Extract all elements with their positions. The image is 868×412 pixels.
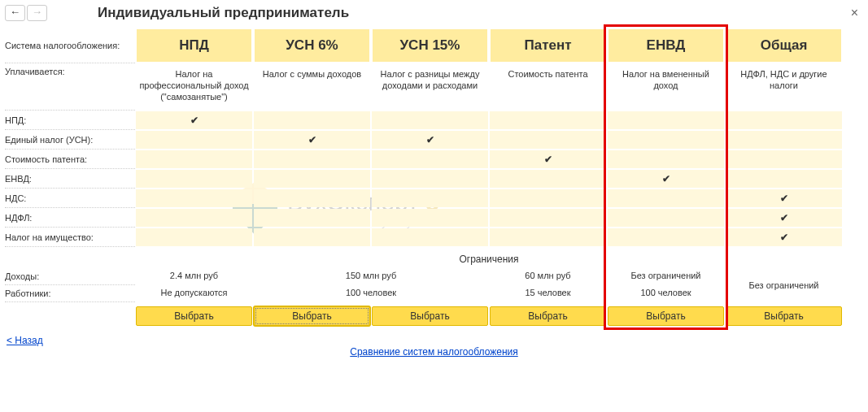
col-header-envd: ЕНВД	[608, 28, 724, 63]
cell-usn-general	[726, 131, 842, 149]
cell-usn-envd	[608, 131, 724, 149]
compare-link[interactable]: Сравнение систем налогообложения	[350, 346, 517, 358]
page-title: Индивидуальный предприниматель	[98, 5, 846, 21]
cell-property-envd	[608, 228, 724, 246]
select-button-general[interactable]: Выбрать	[726, 306, 842, 326]
workers-patent: 15 человек	[489, 285, 607, 302]
col-header-general: Общая	[726, 28, 842, 63]
cell-ndfl-patent	[490, 209, 606, 227]
cell-envd-usn15	[372, 170, 488, 188]
cell-ndfl-general	[726, 209, 842, 227]
cell-ndfl-usn6	[254, 209, 370, 227]
cell-property-general	[726, 228, 842, 246]
row-label-system: Система налогообложения:	[5, 28, 135, 63]
row-label-npd: НПД:	[5, 111, 135, 130]
row-label-envd: ЕНВД:	[5, 169, 135, 189]
workers-usn: 100 человек	[253, 285, 489, 302]
cell-ndfl-npd	[136, 209, 252, 227]
cell-nds-npd	[136, 189, 252, 207]
income-npd: 2.4 млн руб	[135, 268, 253, 285]
cell-ndfl-usn15	[372, 209, 488, 227]
workers-envd: 100 человек	[607, 285, 725, 302]
cell-npd-general	[726, 111, 842, 129]
row-label-patent_cost: Стоимость патента:	[5, 150, 135, 169]
select-button-npd[interactable]: Выбрать	[136, 306, 252, 326]
cell-nds-envd	[608, 189, 724, 207]
row-label-nds: НДС:	[5, 189, 135, 208]
cell-patent_cost-general	[726, 150, 842, 168]
col-header-usn6: УСН 6%	[254, 28, 370, 63]
cell-nds-general	[726, 189, 842, 207]
income-general: Без ограничений	[725, 268, 843, 302]
income-envd: Без ограничений	[607, 268, 725, 285]
nav-forward-button[interactable]: →	[27, 5, 47, 21]
cell-ndfl-envd	[608, 209, 724, 227]
workers-npd: Не допускаются	[135, 285, 253, 302]
row-label-workers: Работники:	[5, 285, 135, 302]
cell-nds-usn6	[254, 189, 370, 207]
col-header-patent: Патент	[490, 28, 606, 63]
income-usn: 150 млн руб	[253, 268, 489, 285]
row-label-ndfl: НДФЛ:	[5, 208, 135, 228]
col-header-npd: НПД	[136, 28, 252, 63]
cell-npd-usn6	[254, 111, 370, 129]
back-link[interactable]: < Назад	[7, 335, 43, 346]
cell-patent_cost-patent	[490, 150, 606, 168]
cell-usn-usn15	[372, 131, 488, 149]
cell-property-npd	[136, 228, 252, 246]
nav-back-button[interactable]: ←	[5, 5, 25, 21]
row-label-paid: Уплачивается:	[5, 63, 135, 111]
cell-usn-patent	[490, 131, 606, 149]
cell-usn-npd	[136, 131, 252, 149]
row-label-property: Налог на имущество:	[5, 228, 135, 247]
cell-npd-npd	[136, 111, 252, 129]
row-label-income: Доходы:	[5, 268, 135, 285]
select-button-envd[interactable]: Выбрать	[608, 306, 724, 326]
cell-property-usn6	[254, 228, 370, 246]
desc-usn15: Налог с разницы между доходами и расхода…	[371, 63, 489, 111]
cell-npd-patent	[490, 111, 606, 129]
cell-nds-patent	[490, 189, 606, 207]
cell-patent_cost-usn6	[254, 150, 370, 168]
select-button-patent[interactable]: Выбрать	[490, 306, 606, 326]
cell-property-usn15	[372, 228, 488, 246]
cell-envd-usn6	[254, 170, 370, 188]
cell-patent_cost-usn15	[372, 150, 488, 168]
desc-usn6: Налог с суммы доходов	[253, 63, 371, 111]
cell-nds-usn15	[372, 189, 488, 207]
cell-patent_cost-envd	[608, 150, 724, 168]
cell-property-patent	[490, 228, 606, 246]
cell-envd-npd	[136, 170, 252, 188]
desc-npd: Налог на профессиональный доход ("самоза…	[135, 63, 253, 111]
close-icon[interactable]: ×	[846, 6, 863, 20]
income-patent: 60 млн руб	[489, 268, 607, 285]
desc-envd: Налог на вмененный доход	[607, 63, 725, 111]
desc-general: НДФЛ, НДС и другие налоги	[725, 63, 843, 111]
cell-npd-envd	[608, 111, 724, 129]
cell-envd-general	[726, 170, 842, 188]
select-button-usn6[interactable]: Выбрать	[254, 306, 370, 326]
row-label-usn: Единый налог (УСН):	[5, 130, 135, 150]
limits-header: Ограничения	[135, 250, 843, 268]
desc-patent: Стоимость патента	[489, 63, 607, 111]
cell-envd-envd	[608, 170, 724, 188]
cell-envd-patent	[490, 170, 606, 188]
cell-patent_cost-npd	[136, 150, 252, 168]
select-button-usn15[interactable]: Выбрать	[372, 306, 488, 326]
cell-npd-usn15	[372, 111, 488, 129]
cell-usn-usn6	[254, 131, 370, 149]
col-header-usn15: УСН 15%	[372, 28, 488, 63]
